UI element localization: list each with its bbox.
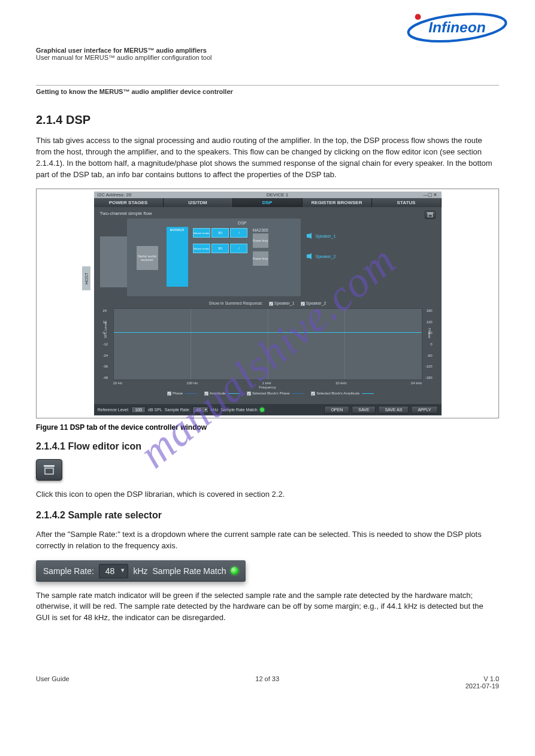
svg-rect-3 — [427, 212, 433, 214]
subsection-2-body-2: The sample rate match indicator will be … — [36, 590, 499, 624]
save-button[interactable]: SAVE — [352, 406, 376, 414]
sample-rate-dropdown[interactable]: 48 — [192, 406, 208, 413]
sample-rate-bar-sample: Sample Rate: 48 kHz Sample Rate Match — [36, 560, 246, 582]
y-ticks-left: 24120-12-24-36-48 — [103, 309, 108, 379]
speaker-1: Speaker_1 — [307, 233, 336, 239]
apply-button[interactable]: APPLY — [411, 406, 437, 414]
svg-rect-8 — [45, 468, 53, 474]
ref-level-label: Reference Level: — [98, 408, 129, 412]
sample-rate-unit: kHz — [211, 408, 218, 412]
xo-2[interactable]: XO — [211, 244, 229, 253]
chart-legend: Phase Amplitude Selected Block's Phase S… — [100, 391, 436, 396]
infineon-logo: Infineon — [403, 12, 511, 48]
cb-sel-amp[interactable] — [311, 391, 315, 396]
cb-sel-phase[interactable] — [247, 391, 251, 396]
x-ticks: 10 Hz100 Hz1 kHz10 kHz24 kHz — [113, 381, 422, 385]
section-title: 2.1.4 DSP — [36, 113, 499, 127]
footer-left: User Guide — [36, 675, 69, 690]
subsection-1-title: 2.1.4.1 Flow editor icon — [36, 441, 499, 452]
eq-2[interactable]: / — [230, 244, 247, 253]
eq-1[interactable]: / — [230, 228, 247, 238]
flow-editor-icon[interactable] — [425, 211, 436, 219]
footer-date: 2021-07-19 — [466, 682, 499, 690]
tab-status[interactable]: STATUS — [372, 198, 442, 207]
footer-center: 12 of 33 — [255, 675, 279, 690]
cb-phase[interactable] — [167, 391, 171, 396]
ref-level-value[interactable]: 100 — [131, 406, 146, 413]
tab-register-browser[interactable]: REGISTER BROWSER — [303, 198, 372, 207]
bottom-bar: Reference Level: 100 dB SPL Sample Rate:… — [94, 404, 442, 415]
flow-title: Two-channel simple flow — [100, 211, 436, 216]
tab-dsp[interactable]: DSP — [233, 198, 303, 207]
page-footer: User Guide 12 of 33 V 1.0 2021-07-19 — [36, 672, 499, 690]
i2c-address: I2C Address: 20 — [98, 192, 132, 198]
serial-audio-block: Serial audio receiver — [137, 246, 158, 270]
footer-version: V 1.0 — [483, 675, 499, 682]
host-block: HOST — [82, 266, 90, 290]
sample-rate-label: Sample Rate: — [165, 408, 190, 412]
window-titlebar: I2C Address: 20 DEVICE 1 —▢✕ — [94, 192, 442, 198]
subsection-2-title: 2.1.4.2 Sample rate selector — [36, 510, 499, 521]
axis-label-freq: Frequency — [100, 385, 436, 389]
response-chart: 24120-12-24-36-48 180120600-60-120-180 — [113, 308, 422, 380]
sample-rate-match-label: Sample Rate Match — [220, 408, 257, 412]
flow-editor-icon-sample — [36, 459, 62, 481]
summed-response-row: Show in Summed Response: Speaker_1 Speak… — [100, 301, 436, 306]
vol-limiter-1[interactable]: Volume Limiter — [193, 228, 210, 238]
tab-i2s-tdm[interactable]: I2S/TDM — [164, 198, 233, 207]
svg-rect-7 — [44, 465, 55, 467]
power-amp-1: Power Amp — [253, 233, 268, 248]
sample-rate-match-led — [260, 408, 264, 412]
svg-marker-6 — [307, 253, 312, 259]
flow-diagram: Serial audio receiver MIXMUX DSP Volume … — [127, 218, 301, 296]
body-paragraph-1: This tab gives access to the signal proc… — [36, 135, 499, 180]
subsection-1-body: Click this icon to open the DSP libraria… — [36, 489, 499, 500]
dsp-label: DSP — [238, 221, 246, 225]
cb-amplitude[interactable] — [204, 391, 208, 396]
sr-match-label: Sample Rate Match — [153, 566, 226, 576]
checkbox-speaker-1[interactable] — [269, 302, 273, 306]
mixmux-block[interactable]: MIXMUX — [167, 227, 188, 287]
window-controls[interactable]: —▢✕ — [423, 192, 437, 198]
header-line-2: User manual for MERUS™ audio amplifier c… — [36, 54, 499, 61]
checkbox-speaker-2[interactable] — [301, 302, 305, 306]
svg-marker-5 — [307, 233, 312, 239]
header-line-3: Getting to know the MERUS™ audio amplifi… — [36, 88, 499, 95]
figure-caption: Figure 11 DSP tab of the device controll… — [36, 423, 499, 432]
amplitude-line — [114, 332, 422, 333]
power-amp-2: Power Amp — [253, 251, 268, 266]
svg-point-2 — [415, 14, 421, 20]
ref-level-unit: dB SPL — [148, 408, 162, 412]
svg-text:Infineon: Infineon — [428, 19, 485, 35]
screenshot-figure: I2C Address: 20 DEVICE 1 —▢✕ POWER STAGE… — [36, 189, 499, 418]
tab-power-stages[interactable]: POWER STAGES — [94, 198, 164, 207]
subsection-2-body-1: After the "Sample Rate:" text is a dropd… — [36, 529, 499, 552]
speaker-2: Speaker_2 — [307, 253, 336, 259]
y-ticks-right: 180120600-60-120-180 — [425, 309, 432, 379]
window-title: DEVICE 1 — [267, 192, 288, 198]
sr-unit: kHz — [133, 566, 147, 576]
sr-dropdown[interactable]: 48 — [99, 564, 129, 578]
sr-label: Sample Rate: — [43, 566, 94, 576]
open-button[interactable]: OPEN — [324, 406, 349, 414]
xo-1[interactable]: XO — [211, 228, 229, 238]
vol-limiter-2[interactable]: Volume Limiter — [193, 244, 210, 253]
sr-match-led — [231, 567, 238, 575]
save-as-button[interactable]: SAVE AS — [378, 406, 409, 414]
host-container: HOST — [100, 236, 130, 287]
svg-rect-4 — [428, 214, 432, 217]
ma-label: MA2300 — [253, 228, 271, 232]
